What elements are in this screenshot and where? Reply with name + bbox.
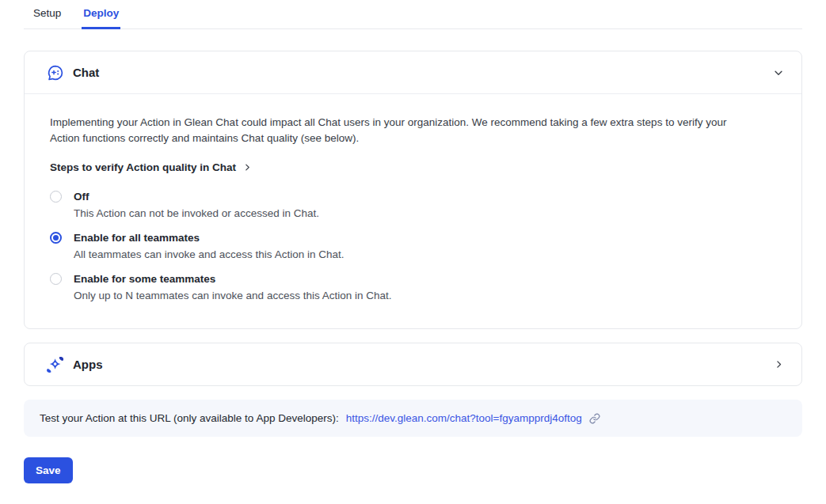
radio-enable-some-teammates[interactable] (50, 273, 62, 285)
deploy-settings-page: Setup Deploy Chat (0, 0, 826, 504)
apps-card-header[interactable]: Apps (25, 343, 801, 385)
test-url-label: Test your Action at this URL (only avail… (40, 412, 339, 424)
option-off[interactable]: Off This Action can not be invoked or ac… (50, 189, 776, 221)
test-url-banner: Test your Action at this URL (only avail… (24, 400, 802, 437)
chevron-right-icon[interactable] (774, 359, 784, 369)
chat-card-title: Chat (73, 66, 99, 79)
apps-sparkle-icon (46, 355, 65, 374)
chat-card: Chat Implementing your Action in Glean C… (24, 51, 802, 329)
tab-bar: Setup Deploy (24, 0, 802, 29)
option-enable-all-teammates[interactable]: Enable for all teammates All teammates c… (50, 230, 776, 262)
option-enable-some-description: Only up to N teammates can invoke and ac… (74, 288, 391, 303)
chat-card-header[interactable]: Chat (25, 51, 801, 94)
option-enable-all-description: All teammates can invoke and access this… (74, 247, 344, 262)
chevron-right-icon (243, 163, 252, 172)
chevron-down-icon[interactable] (773, 67, 784, 78)
test-url-link[interactable]: https://dev.glean.com/chat?tool=fgyamppr… (346, 412, 582, 424)
option-enable-some-label: Enable for some teammates (74, 271, 391, 286)
chat-visibility-options: Off This Action can not be invoked or ac… (50, 189, 776, 303)
steps-to-verify-label: Steps to verify Action quality in Chat (50, 161, 236, 173)
tab-setup[interactable]: Setup (32, 6, 63, 29)
link-icon[interactable] (589, 413, 600, 424)
chat-sparkle-icon (46, 63, 65, 82)
option-enable-all-label: Enable for all teammates (74, 230, 344, 245)
main-content: Chat Implementing your Action in Glean C… (24, 51, 802, 483)
radio-enable-all-teammates[interactable] (50, 232, 62, 244)
option-off-label: Off (74, 189, 319, 204)
chat-card-description: Implementing your Action in Glean Chat c… (50, 115, 751, 146)
save-button[interactable]: Save (24, 457, 73, 483)
apps-card-title: Apps (73, 358, 103, 371)
radio-off[interactable] (50, 191, 62, 203)
steps-to-verify-link[interactable]: Steps to verify Action quality in Chat (50, 161, 252, 173)
option-enable-some-teammates[interactable]: Enable for some teammates Only up to N t… (50, 271, 776, 303)
option-off-description: This Action can not be invoked or access… (74, 206, 319, 221)
apps-card: Apps (24, 343, 802, 386)
tab-deploy[interactable]: Deploy (82, 6, 120, 29)
chat-card-body: Implementing your Action in Glean Chat c… (25, 94, 801, 328)
